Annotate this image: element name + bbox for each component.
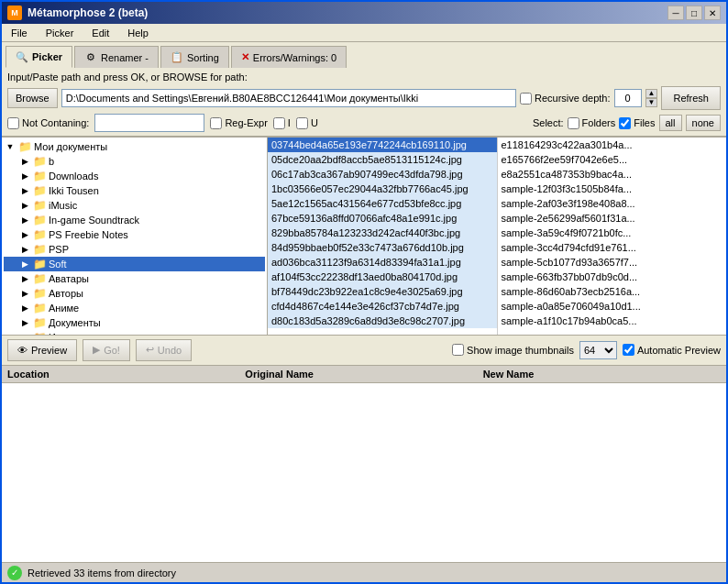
file-item-left[interactable]: 1bc03566e057ec29044a32fbb7766ac45.jpg [268, 182, 497, 196]
tree-item-imusic-label: iMusic [49, 200, 77, 211]
reg-expr-checkbox[interactable] [210, 117, 222, 129]
browse-button[interactable]: Browse [7, 88, 58, 108]
file-item-left[interactable]: 5ae12c1565ac431564e677cd53bfe8cc.jpg [268, 196, 497, 211]
file-item-right[interactable]: sample-5cb1077d93a3657f7... [498, 255, 727, 270]
not-containing-input[interactable] [94, 114, 204, 132]
file-item-right[interactable]: sample-12f03f3c1505b84fa... [498, 182, 727, 196]
tree-item-ikki[interactable]: ▶ 📁 Ikki Tousen [4, 183, 265, 198]
path-input[interactable] [61, 89, 516, 107]
tree-item-b[interactable]: ▶ 📁 b [4, 154, 265, 169]
u-checkbox[interactable] [296, 117, 308, 129]
file-item-right[interactable]: sample-a1f10c17b94ab0ca5... [498, 314, 727, 328]
file-item-right[interactable]: sample-2e56299af5601f31a... [498, 211, 727, 226]
col-original: Original Name [245, 369, 482, 380]
recursive-checkbox-label: Recursive depth: [520, 93, 611, 105]
tree-item-psp[interactable]: ▶ 📁 PSP [4, 242, 265, 257]
status-icon: ✓ [7, 566, 22, 580]
tree-item-anime[interactable]: ▶ 📁 Аниме [4, 301, 265, 315]
file-item-left[interactable]: 06c17ab3ca367ab907499ec43dfda798.jpg [268, 167, 497, 182]
tree-item-ps[interactable]: ▶ 📁 PS Freebie Notes [4, 227, 265, 242]
ps-expander: ▶ [18, 228, 31, 241]
soft-folder-icon: 📁 [33, 258, 47, 270]
file-item-right[interactable]: sample-a0a85e706049a10d1... [498, 299, 727, 314]
minimize-button[interactable]: ─ [667, 6, 684, 20]
tree-item-downloads[interactable]: ▶ 📁 Downloads [4, 169, 265, 183]
tree-item-avtory[interactable]: ▶ 📁 Авторы [4, 286, 265, 301]
none-button[interactable]: none [686, 115, 721, 131]
file-item-left[interactable]: bf78449dc23b922ea1c8c9e4e3025a69.jpg [268, 284, 497, 299]
show-thumbnails-label: Show image thumbnails [452, 344, 574, 356]
go-label: Go! [104, 345, 120, 356]
file-item-right[interactable]: e165766f2ee59f7042e6e5... [498, 152, 727, 167]
all-button[interactable]: all [659, 115, 682, 131]
preview-options: Show image thumbnails 64 32 128 Automati… [452, 341, 721, 359]
tree-panel: ▼ 📁 Мои документы ▶ 📁 b ▶ 📁 Downloads ▶ … [2, 138, 268, 335]
refresh-button[interactable]: Refresh [661, 86, 721, 110]
file-item-left[interactable]: 829bba85784a123233d242acf440f3bc.jpg [268, 226, 497, 240]
file-item-left[interactable]: af104f53cc22238df13aed0ba804170d.jpg [268, 270, 497, 284]
file-item-right[interactable]: sample-663fb37bb07db9c0d... [498, 270, 727, 284]
go-button[interactable]: ▶ Go! [83, 339, 130, 361]
imusic-folder-icon: 📁 [33, 199, 47, 212]
file-item-left[interactable]: cfd4d4867c4e144e3e426cf37cb74d7e.jpg [268, 299, 497, 314]
recursive-checkbox[interactable] [520, 93, 532, 105]
menu-picker[interactable]: Picker [42, 27, 78, 39]
file-item-left[interactable]: 84d959bbaeb0f52e33c7473a676dd10b.jpg [268, 240, 497, 255]
avatary-expander: ▶ [18, 272, 31, 285]
thumbnail-size-select[interactable]: 64 32 128 [579, 341, 617, 359]
path-row: Input/Paste path and press OK, or BROWSE… [7, 72, 721, 83]
auto-preview-checkbox[interactable] [623, 344, 634, 356]
reg-expr-label: Reg-Expr [210, 117, 267, 129]
menu-file[interactable]: File [7, 27, 31, 39]
tab-sorting[interactable]: 📋 Sorting [160, 46, 229, 68]
file-item-left[interactable]: ad036bca31123f9a6314d83394fa31a1.jpg [268, 255, 497, 270]
menu-edit[interactable]: Edit [88, 27, 113, 39]
psp-folder-icon: 📁 [33, 243, 47, 256]
folders-checkbox[interactable] [568, 117, 579, 129]
tab-renamer[interactable]: ⚙ Renamer - [74, 46, 159, 68]
menu-help[interactable]: Help [124, 27, 152, 39]
maximize-button[interactable]: □ [686, 6, 702, 20]
browse-row: Browse Recursive depth: ▲ ▼ Refresh [7, 86, 721, 110]
file-item-right[interactable]: sample-86d60ab73ecb2516a... [498, 284, 727, 299]
tree-item-soft[interactable]: ▶ 📁 Soft [4, 257, 265, 271]
file-item-right[interactable]: e118164293c422aa301b4a... [498, 138, 727, 152]
spinner-down[interactable]: ▼ [645, 98, 658, 107]
i-checkbox[interactable] [273, 117, 285, 129]
show-thumbnails-checkbox[interactable] [452, 344, 464, 356]
file-item-left[interactable]: d80c183d5a3289c6a8d9d3e8c98c2707.jpg [268, 314, 497, 328]
file-item-left[interactable]: 03744bed4a65e193e7742244cb169110.jpg [268, 138, 497, 152]
downloads-expander: ▶ [18, 170, 31, 182]
file-item-left[interactable]: 67bce59136a8ffd07066afc48a1e991c.jpg [268, 211, 497, 226]
file-item-right[interactable]: sample-3a59c4f9f0721b0fc... [498, 226, 727, 240]
file-item-right[interactable]: sample-3cc4d794cfd91e761... [498, 240, 727, 255]
undo-button[interactable]: ↩ Undo [136, 339, 192, 361]
anime-expander: ▶ [18, 302, 31, 314]
tree-item-ingame[interactable]: ▶ 📁 In-game Soundtrack [4, 213, 265, 227]
spinner-up[interactable]: ▲ [645, 89, 658, 98]
file-item-right[interactable]: sample-2af03e3f198e408a8... [498, 196, 727, 211]
ikki-folder-icon: 📁 [33, 184, 47, 197]
u-label: U [311, 117, 318, 128]
close-button[interactable]: ✕ [704, 6, 721, 20]
tabs-bar: 🔍 Picker ⚙ Renamer - 📋 Sorting ✕ Errors/… [2, 42, 726, 68]
status-message: Retrieved 33 items from directory [28, 567, 176, 578]
avtory-expander: ▶ [18, 287, 31, 300]
tree-item-docs[interactable]: ▶ 📁 Документы [4, 315, 265, 330]
file-item-right[interactable]: e8a2551ca487353b9bac4a... [498, 167, 727, 182]
main-window: M Métamorphose 2 (beta) ─ □ ✕ File Picke… [0, 0, 728, 584]
files-checkbox[interactable] [619, 117, 631, 129]
files-text: Files [634, 117, 655, 128]
tree-item-avatary[interactable]: ▶ 📁 Аватары [4, 271, 265, 286]
menu-bar: File Picker Edit Help [2, 24, 726, 42]
file-item-left[interactable]: 05dce20aa2bdf8accb5ae8513115124c.jpg [268, 152, 497, 167]
tab-errors[interactable]: ✕ Errors/Warnings: 0 [231, 46, 347, 68]
tab-sorting-label: Sorting [187, 52, 219, 63]
preview-button[interactable]: 👁 Preview [7, 339, 77, 361]
tab-picker[interactable]: 🔍 Picker [6, 46, 72, 68]
depth-input[interactable] [614, 89, 642, 107]
depth-spinner: ▲ ▼ [645, 89, 658, 107]
not-containing-checkbox[interactable] [7, 117, 19, 129]
tree-item-imusic[interactable]: ▶ 📁 iMusic [4, 198, 265, 213]
tree-root[interactable]: ▼ 📁 Мои документы [4, 139, 265, 154]
